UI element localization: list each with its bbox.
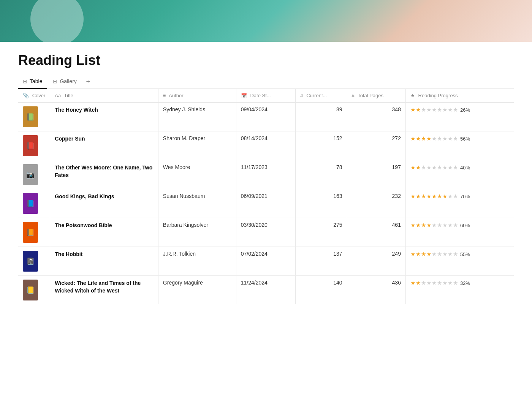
col-author[interactable]: ≡ Author bbox=[158, 89, 236, 103]
filled-star: ★ bbox=[410, 164, 415, 171]
current-page-cell: 163 bbox=[296, 189, 347, 218]
table-row: 📗The Honey WitchSydney J. Shields09/04/2… bbox=[18, 103, 514, 131]
empty-star: ★ bbox=[432, 280, 437, 286]
author-cell: Sharon M. Draper bbox=[158, 131, 236, 160]
star-rating: ★★★★★★★★★ bbox=[410, 280, 458, 286]
empty-star: ★ bbox=[437, 106, 442, 113]
cover-cell: 📷 bbox=[18, 160, 50, 189]
progress-cell: ★★★★★★★★★26% bbox=[405, 103, 514, 131]
empty-star: ★ bbox=[442, 222, 447, 229]
progress-percentage: 56% bbox=[460, 136, 470, 142]
progress-percentage: 26% bbox=[460, 107, 470, 113]
table-header-row: 📎 Cover Aa Title ≡ Author 📅 Date St... bbox=[18, 89, 514, 103]
col-current-page[interactable]: # Current... bbox=[296, 89, 347, 103]
author-cell: J.R.R. Tolkien bbox=[158, 247, 236, 276]
col-total-pages[interactable]: # Total Pages bbox=[347, 89, 405, 103]
empty-star: ★ bbox=[421, 164, 426, 171]
total-pages-cell: 348 bbox=[347, 103, 405, 131]
total-col-icon: # bbox=[352, 93, 355, 98]
title-cell[interactable]: Wicked: The Life and Times of the Wicked… bbox=[50, 276, 158, 305]
date-cell: 11/17/2023 bbox=[236, 160, 295, 189]
book-cover-image: 📘 bbox=[23, 193, 38, 214]
tab-table[interactable]: ⊞ Table bbox=[18, 75, 47, 89]
title-cell[interactable]: Good Kings, Bad Kings bbox=[50, 189, 158, 218]
filled-star: ★ bbox=[421, 193, 426, 200]
filled-star: ★ bbox=[421, 251, 426, 258]
filled-star: ★ bbox=[442, 193, 447, 200]
col-date[interactable]: 📅 Date St... bbox=[236, 89, 295, 103]
filled-star: ★ bbox=[432, 193, 437, 200]
empty-star: ★ bbox=[448, 135, 453, 142]
book-cover-image: 📒 bbox=[23, 280, 38, 300]
progress-percentage: 60% bbox=[460, 223, 470, 228]
table-row: 📘Good Kings, Bad KingsSusan Nussbaum06/0… bbox=[18, 189, 514, 218]
total-pages-cell: 249 bbox=[347, 247, 405, 276]
table-row: 📷The Other Wes Moore: One Name, Two Fate… bbox=[18, 160, 514, 189]
title-cell[interactable]: The Other Wes Moore: One Name, Two Fates bbox=[50, 160, 158, 189]
progress-cell: ★★★★★★★★★56% bbox=[405, 131, 514, 160]
table-row: 📓The HobbitJ.R.R. Tolkien07/02/202413724… bbox=[18, 247, 514, 276]
empty-star: ★ bbox=[437, 135, 442, 142]
date-cell: 06/09/2021 bbox=[236, 189, 295, 218]
filled-star: ★ bbox=[416, 164, 421, 171]
star-rating: ★★★★★★★★★ bbox=[410, 251, 458, 258]
cover-cell: 📘 bbox=[18, 189, 50, 218]
filled-star: ★ bbox=[416, 135, 421, 142]
empty-star: ★ bbox=[421, 106, 426, 113]
filled-star: ★ bbox=[426, 135, 431, 142]
total-pages-cell: 197 bbox=[347, 160, 405, 189]
col-cover[interactable]: 📎 Cover bbox=[18, 89, 50, 103]
current-page-cell: 275 bbox=[296, 218, 347, 247]
current-page-cell: 140 bbox=[296, 276, 347, 305]
tab-gallery[interactable]: ⊟ Gallery bbox=[48, 75, 81, 89]
empty-star: ★ bbox=[453, 193, 458, 200]
empty-star: ★ bbox=[426, 280, 431, 286]
progress-percentage: 40% bbox=[460, 165, 470, 171]
tab-table-label: Table bbox=[30, 78, 42, 84]
tabs-bar: ⊞ Table ⊟ Gallery + bbox=[18, 75, 514, 89]
filled-star: ★ bbox=[426, 222, 431, 229]
empty-star: ★ bbox=[448, 222, 453, 229]
progress-percentage: 55% bbox=[460, 251, 470, 257]
empty-star: ★ bbox=[432, 106, 437, 113]
add-view-button[interactable]: + bbox=[83, 77, 93, 87]
filled-star: ★ bbox=[421, 135, 426, 142]
progress-col-icon: ★ bbox=[410, 93, 415, 98]
book-cover-image: 📗 bbox=[23, 106, 38, 127]
col-title[interactable]: Aa Title bbox=[50, 89, 158, 103]
cover-cell: 📓 bbox=[18, 247, 50, 276]
filled-star: ★ bbox=[410, 193, 415, 200]
empty-star: ★ bbox=[437, 280, 442, 286]
empty-star: ★ bbox=[442, 106, 447, 113]
title-cell[interactable]: The Poisonwood Bible bbox=[50, 218, 158, 247]
cover-cell: 📒 bbox=[18, 276, 50, 305]
empty-star: ★ bbox=[432, 164, 437, 171]
star-rating: ★★★★★★★★★ bbox=[410, 106, 458, 113]
title-cell[interactable]: The Honey Witch bbox=[50, 103, 158, 131]
gallery-icon: ⊟ bbox=[53, 78, 57, 84]
filled-star: ★ bbox=[426, 193, 431, 200]
date-cell: 11/24/2024 bbox=[236, 276, 295, 305]
empty-star: ★ bbox=[453, 106, 458, 113]
progress-percentage: 32% bbox=[460, 280, 470, 286]
hero-banner bbox=[0, 0, 532, 42]
title-cell[interactable]: The Hobbit bbox=[50, 247, 158, 276]
table-row: 📕Copper SunSharon M. Draper08/14/2024152… bbox=[18, 131, 514, 160]
empty-star: ★ bbox=[421, 280, 426, 286]
empty-star: ★ bbox=[437, 222, 442, 229]
filled-star: ★ bbox=[410, 222, 415, 229]
table-row: 📙The Poisonwood BibleBarbara Kingsolver0… bbox=[18, 218, 514, 247]
progress-cell: ★★★★★★★★★70% bbox=[405, 189, 514, 218]
col-progress[interactable]: ★ Reading Progress bbox=[405, 89, 514, 103]
table-row: 📒Wicked: The Life and Times of the Wicke… bbox=[18, 276, 514, 305]
progress-cell: ★★★★★★★★★55% bbox=[405, 247, 514, 276]
empty-star: ★ bbox=[453, 222, 458, 229]
progress-cell: ★★★★★★★★★32% bbox=[405, 276, 514, 305]
cover-cell: 📕 bbox=[18, 131, 50, 160]
empty-star: ★ bbox=[432, 222, 437, 229]
title-cell[interactable]: Copper Sun bbox=[50, 131, 158, 160]
total-pages-cell: 232 bbox=[347, 189, 405, 218]
empty-star: ★ bbox=[437, 251, 442, 258]
empty-star: ★ bbox=[442, 251, 447, 258]
author-cell: Barbara Kingsolver bbox=[158, 218, 236, 247]
